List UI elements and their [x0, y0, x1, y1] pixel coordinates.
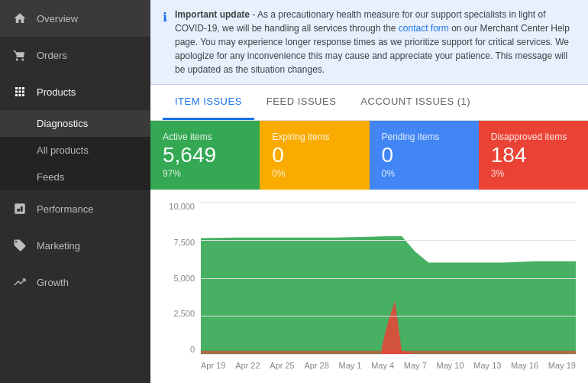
sidebar-sub-menu: Diagnostics All products Feeds	[0, 110, 150, 190]
x-axis: Apr 19 Apr 22 Apr 25 Apr 28 May 1 May 4 …	[201, 354, 576, 377]
stat-disapproved-items: Disapproved items 184 3%	[479, 121, 588, 190]
y-label-2500: 2,500	[173, 309, 195, 318]
sidebar-orders-label: Orders	[37, 50, 67, 61]
disapproved-items-value: 184	[491, 144, 576, 166]
active-items-pct: 97%	[163, 168, 247, 179]
cart-icon	[12, 47, 27, 63]
stats-row: Active items 5,649 97% Expiring items 0 …	[150, 121, 588, 190]
stat-pending-items: Pending items 0 0%	[370, 121, 479, 190]
sidebar-item-marketing[interactable]: Marketing	[0, 227, 150, 264]
x-label-may7: May 7	[404, 361, 427, 370]
y-label-5000: 5,000	[173, 274, 195, 283]
expiring-items-value: 0	[272, 144, 357, 166]
y-label-10000: 10,000	[169, 202, 195, 211]
grid-line-2500	[201, 316, 576, 316]
alert-text: Important update - As a precautionary he…	[175, 8, 576, 76]
bar-chart-icon	[12, 201, 27, 216]
stat-active-items: Active items 5,649 97%	[150, 121, 260, 190]
x-label-may10: May 10	[437, 361, 464, 370]
tag-icon	[12, 238, 27, 253]
sidebar-item-all-products[interactable]: All products	[0, 137, 150, 164]
sidebar-item-orders[interactable]: Orders	[0, 37, 150, 73]
pending-items-label: Pending items	[382, 131, 467, 142]
tab-account-issues[interactable]: ACCOUNT ISSUES (1)	[348, 85, 483, 120]
sidebar-item-performance[interactable]: Performance	[0, 190, 150, 227]
info-icon: ℹ	[163, 8, 167, 27]
x-label-may19: May 19	[548, 361, 576, 370]
x-label-apr25: Apr 25	[270, 361, 294, 370]
disapproved-items-pct: 3%	[491, 168, 576, 179]
x-label-may16: May 16	[511, 361, 538, 370]
contact-form-link[interactable]: contact form	[399, 23, 449, 34]
sidebar-item-overview[interactable]: Overview	[0, 0, 150, 37]
expiring-items-label: Expiring items	[272, 131, 357, 142]
x-label-apr28: Apr 28	[304, 361, 328, 370]
x-label-may13: May 13	[473, 361, 501, 370]
sidebar: Overview Orders Products Diagnostics All…	[0, 0, 150, 383]
sidebar-overview-label: Overview	[37, 13, 78, 24]
y-axis: 10,000 7,500 5,000 2,500 0	[163, 202, 201, 354]
disapproved-items-label: Disapproved items	[491, 131, 576, 142]
home-icon	[12, 11, 27, 26]
x-label-apr22: Apr 22	[235, 361, 260, 370]
sidebar-item-growth[interactable]: Growth	[0, 264, 150, 300]
pending-items-pct: 0%	[382, 168, 467, 179]
active-items-label: Active items	[163, 131, 247, 142]
y-label-0: 0	[190, 345, 195, 354]
alert-banner: ℹ Important update - As a precautionary …	[150, 0, 588, 85]
sidebar-performance-label: Performance	[37, 203, 93, 215]
grid-line-10000	[201, 202, 576, 203]
sidebar-item-feeds[interactable]: Feeds	[0, 164, 150, 190]
pending-items-value: 0	[382, 144, 467, 166]
sidebar-item-products[interactable]: Products	[0, 73, 150, 110]
chart-container: 10,000 7,500 5,000 2,500 0	[150, 190, 588, 383]
sidebar-item-diagnostics[interactable]: Diagnostics	[0, 110, 150, 137]
tab-feed-issues[interactable]: FEED ISSUES	[254, 85, 348, 120]
expiring-items-pct: 0%	[272, 168, 357, 179]
sidebar-marketing-label: Marketing	[37, 240, 80, 252]
main-content: ℹ Important update - As a precautionary …	[150, 0, 588, 383]
grid-line-5000	[201, 278, 576, 279]
tabs-bar: ITEM ISSUES FEED ISSUES ACCOUNT ISSUES (…	[150, 85, 588, 121]
stat-expiring-items: Expiring items 0 0%	[260, 121, 369, 190]
tab-item-issues[interactable]: ITEM ISSUES	[163, 85, 254, 120]
y-label-7500: 7,500	[173, 238, 195, 247]
active-items-value: 5,649	[163, 144, 247, 166]
sidebar-growth-label: Growth	[37, 277, 69, 288]
alert-title: Important update	[175, 9, 250, 20]
grid-line-7500	[201, 240, 576, 241]
x-label-apr19: Apr 19	[201, 361, 225, 370]
x-label-may4: May 4	[371, 361, 394, 370]
trending-up-icon	[12, 274, 27, 290]
sidebar-products-label: Products	[37, 86, 76, 98]
x-label-may1: May 1	[339, 361, 362, 370]
grid-icon	[12, 84, 27, 99]
chart-plot	[201, 202, 576, 354]
chart-area: 10,000 7,500 5,000 2,500 0	[163, 202, 576, 377]
